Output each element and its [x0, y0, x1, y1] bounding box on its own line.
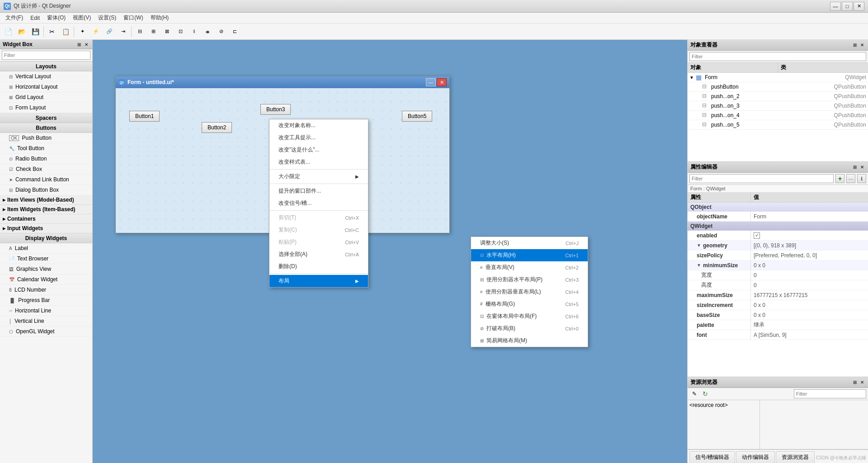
- toolbar-buddy[interactable]: 🔗: [103, 25, 116, 38]
- sub-splitter-h[interactable]: ⊟ 使用分割器水平布局(P) Ctrl+3: [471, 274, 588, 286]
- prop-row-geometry[interactable]: ▼geometry [(0, 0), 918 x 389]: [688, 241, 868, 250]
- maximize-button[interactable]: □: [842, 2, 853, 11]
- wb-item-dialog-button-box[interactable]: ⊟ Dialog Button Box: [0, 185, 92, 195]
- toolbar-grid[interactable]: ⊠: [160, 25, 173, 38]
- ctx-cut[interactable]: 剪切(T) Ctrl+X: [269, 212, 368, 224]
- obj-row-pb5[interactable]: ⊟ push...on_5 QPushButton: [688, 120, 868, 130]
- wb-item-lcd-number[interactable]: 8 LCD Number: [0, 285, 92, 295]
- prop-row-sizepolicy[interactable]: sizePolicy [Preferred, Preferred, 0, 0]: [688, 250, 868, 260]
- wb-item-check-box[interactable]: ☑ Check Box: [0, 164, 92, 175]
- menu-form[interactable]: 窗体(O): [43, 13, 69, 23]
- spacers-section[interactable]: Spacers: [0, 113, 92, 123]
- sub-vlayout[interactable]: ≡ 垂直布局(V) Ctrl+2: [471, 261, 588, 274]
- sub-break[interactable]: ⊘ 打破布局(B) Ctrl+0: [471, 322, 588, 335]
- minsize-expand-arrow[interactable]: ▼: [697, 263, 701, 268]
- prop-filter-input[interactable]: [689, 174, 834, 183]
- obj-tree[interactable]: ▼ ▦ Form QWidget ⊟ pushButton QPushButto…: [688, 73, 868, 161]
- prop-row-maxsize[interactable]: maximumSize 16777215 x 16777215: [688, 290, 868, 300]
- minimize-button[interactable]: —: [830, 2, 841, 11]
- ctx-change-signals[interactable]: 改变信号/槽...: [269, 197, 368, 209]
- ctx-promote[interactable]: 提升的窗口部件...: [269, 185, 368, 197]
- sub-splitter-v[interactable]: ≡ 使用分割器垂直布局(L) Ctrl+4: [471, 286, 588, 298]
- toolbar-cut[interactable]: ✂: [46, 25, 58, 38]
- ctx-change-name[interactable]: 改变对象名称...: [269, 119, 368, 132]
- item-views-group[interactable]: ▶ Item Views (Model-Based): [0, 195, 92, 205]
- item-widgets-group[interactable]: ▶ Item Widgets (Item-Based): [0, 205, 92, 214]
- ctx-change-tooltip[interactable]: 改变工具提示...: [269, 132, 368, 144]
- form-close[interactable]: ✕: [437, 78, 447, 86]
- prop-editor-float[interactable]: ⊞: [852, 164, 858, 170]
- wb-item-form-layout[interactable]: ⊡ Form Layout: [0, 103, 92, 113]
- prop-row-height[interactable]: 高度 0: [688, 280, 868, 290]
- sub-form[interactable]: ⊡ 在窗体布局中布局(F) Ctrl+6: [471, 310, 588, 322]
- ctx-select-all[interactable]: 选择全部(A) Ctrl+A: [269, 248, 368, 260]
- prop-value-enabled[interactable]: ✓: [751, 231, 868, 240]
- form-minimize[interactable]: —: [426, 78, 436, 86]
- wb-item-horizontal-line[interactable]: ─ Horizontal Line: [0, 306, 92, 316]
- menu-settings[interactable]: 设置(S): [94, 13, 120, 23]
- containers-group[interactable]: ▶ Containers: [0, 214, 92, 224]
- wb-item-vertical-layout[interactable]: ⊟ Vertical Layout: [0, 71, 92, 82]
- wb-item-command-link-button[interactable]: ➤ Command Link Button: [0, 175, 92, 185]
- form-button-3[interactable]: Button3: [260, 104, 291, 115]
- obj-inspector-float[interactable]: ⊞: [852, 42, 858, 48]
- obj-row-pb4[interactable]: ⊟ push...on_4 QPushButton: [688, 111, 868, 120]
- wb-item-graphics-view[interactable]: 🖼 Graphics View: [0, 264, 92, 274]
- form-button-5[interactable]: Button5: [402, 111, 432, 122]
- sub-simple-grid[interactable]: ⊞ 简易网格布局(M): [471, 335, 588, 347]
- menu-window[interactable]: 窗口(W): [120, 13, 146, 23]
- obj-inspector-close[interactable]: ✕: [859, 42, 865, 48]
- prop-add-btn[interactable]: +: [835, 174, 844, 183]
- prop-row-sizeincrement[interactable]: sizeIncrement 0 x 0: [688, 300, 868, 310]
- sub-grid[interactable]: # 栅格布局(G) Ctrl+5: [471, 298, 588, 310]
- ctx-size-constraint[interactable]: 大小限定 ▶: [269, 170, 368, 183]
- toolbar-hlayout[interactable]: ⊟: [133, 25, 146, 38]
- prop-row-palette[interactable]: palette 继承: [688, 320, 868, 330]
- ctx-layout[interactable]: 布局 ▶: [269, 275, 368, 287]
- prop-value-objectname[interactable]: Form: [751, 212, 868, 221]
- toolbar-open[interactable]: 📂: [15, 25, 28, 38]
- toolbar-copy[interactable]: 📋: [59, 25, 72, 38]
- form-button-2[interactable]: Button2: [202, 122, 232, 133]
- ctx-change-whats-this[interactable]: 改变"这是什么"...: [269, 144, 368, 156]
- ctx-change-stylesheet[interactable]: 改变样式表...: [269, 156, 368, 168]
- geometry-expand-arrow[interactable]: ▼: [697, 243, 701, 248]
- close-button[interactable]: ✕: [854, 2, 864, 11]
- tab-action-editor[interactable]: 动作编辑器: [736, 451, 775, 463]
- obj-row-pb2[interactable]: ⊟ push...on_2 QPushButton: [688, 92, 868, 101]
- ctx-delete[interactable]: 删除(D): [269, 260, 368, 273]
- resource-browser-close[interactable]: ✕: [859, 379, 865, 386]
- toolbar-form[interactable]: ⊡: [174, 25, 187, 38]
- wb-item-grid-layout[interactable]: ⊠ Grid Layout: [0, 92, 92, 103]
- tab-resource-browser[interactable]: 资源浏览器: [776, 451, 815, 463]
- resource-browser-float[interactable]: ⊞: [852, 379, 858, 386]
- wb-item-push-button[interactable]: OK Push Button: [0, 133, 92, 143]
- wb-item-opengl-widget[interactable]: ⬡ OpenGL Widget: [0, 326, 92, 337]
- ctx-paste[interactable]: 粘贴(P) Ctrl+V: [269, 236, 368, 248]
- obj-row-pushbutton[interactable]: ⊟ pushButton QPushButton: [688, 82, 868, 92]
- obj-filter-input[interactable]: [689, 52, 866, 61]
- layouts-section[interactable]: Layouts: [0, 61, 92, 71]
- toolbar-new[interactable]: 📄: [2, 25, 14, 38]
- form-button-1[interactable]: Button1: [129, 111, 160, 122]
- wb-item-text-browser[interactable]: 📄 Text Browser: [0, 254, 92, 264]
- widget-box-close[interactable]: ✕: [83, 41, 90, 47]
- wb-item-tool-button[interactable]: 🔧 Tool Button: [0, 143, 92, 154]
- toolbar-split-v[interactable]: ⩩: [201, 25, 214, 38]
- design-area[interactable]: Qt Form - untitled.ui* — ✕ Button1 Butto…: [93, 40, 687, 463]
- toolbar-adjust[interactable]: ⊏: [228, 25, 241, 38]
- prop-info-btn[interactable]: ℹ: [857, 174, 866, 183]
- prop-remove-btn[interactable]: —: [846, 174, 855, 183]
- widget-box-filter-input[interactable]: [2, 51, 90, 60]
- resource-tree[interactable]: <resource root>: [688, 400, 760, 449]
- prop-table[interactable]: QObject objectName Form QWidget enabled …: [688, 203, 868, 377]
- input-widgets-group[interactable]: ▶ Input Widgets: [0, 224, 92, 233]
- toolbar-tab-order[interactable]: ⇥: [117, 25, 129, 38]
- menu-file[interactable]: 文件(F): [2, 13, 27, 23]
- sub-adjust-size[interactable]: 调整大小(S) Ctrl+J: [471, 237, 588, 249]
- prop-row-basesize[interactable]: baseSize 0 x 0: [688, 310, 868, 320]
- obj-row-form[interactable]: ▼ ▦ Form QWidget: [688, 73, 868, 82]
- menu-help[interactable]: 帮助(H): [147, 13, 173, 23]
- wb-item-vertical-line[interactable]: │ Vertical Line: [0, 316, 92, 326]
- prop-row-objectname[interactable]: objectName Form: [688, 212, 868, 222]
